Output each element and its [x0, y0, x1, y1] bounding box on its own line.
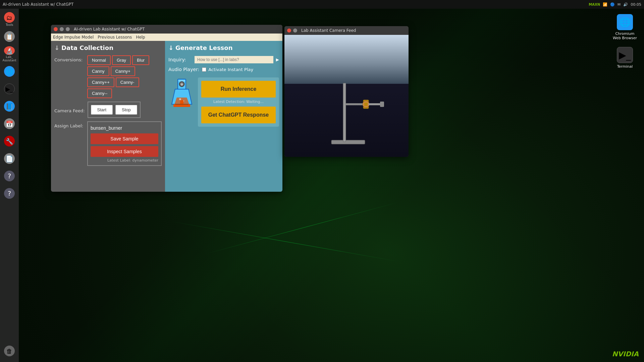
svg-rect-10	[180, 100, 183, 104]
desktop-icon-chromium[interactable]: 🌐 Chromium Web Browser	[610, 12, 640, 42]
svg-rect-19	[380, 102, 384, 107]
label-input[interactable]	[91, 125, 158, 131]
calendar-icon: 📅	[4, 118, 15, 129]
generate-lesson-header: ↓ Generate Lesson	[168, 44, 279, 51]
sidebar-item-help1[interactable]: ?	[1, 168, 17, 184]
menu-previous-lessons[interactable]: Previous Lessons	[98, 35, 132, 40]
conv-btn-normal[interactable]: Normal	[87, 55, 111, 65]
sidebar-item-calendar[interactable]: 📅	[1, 116, 17, 132]
assign-box: Save Sample Inspect Samples Latest Label…	[87, 121, 162, 166]
audio-check: Activate Instant Play	[202, 67, 253, 72]
sidebar-item-docs[interactable]: 📄	[1, 151, 17, 167]
trash-icon: 🗑	[4, 346, 15, 356]
bottom-section: ⚙	[168, 77, 279, 127]
camera-minimize-button[interactable]	[293, 28, 297, 33]
vscode-icon: 📘	[4, 101, 15, 112]
camera-feed-label: Camera Feed:	[54, 106, 85, 113]
desktop-icon-terminal[interactable]: ▶_ Terminal	[610, 45, 640, 71]
audio-label: Audio Player:	[168, 67, 199, 72]
svg-rect-1	[178, 80, 185, 81]
assign-label-section: Assign Label: Save Sample Inspect Sample…	[54, 121, 162, 166]
run-inference-button[interactable]: Run Inference	[201, 81, 276, 98]
window-minimize-button[interactable]	[60, 27, 64, 31]
taskbar-title: AI-driven Lab Assistant w/ ChatGPT	[3, 2, 589, 7]
inquiry-input[interactable]	[195, 56, 273, 63]
camera-feed-view	[284, 35, 409, 157]
conv-btn-gray[interactable]: Gray	[112, 55, 131, 65]
camera-scene	[284, 35, 409, 157]
window-menubar: Edge Impulse Model Previous Lessons Help	[51, 34, 282, 41]
lab-beaker-icon-container: ⚙	[168, 77, 195, 111]
sidebar-item-help2[interactable]: ?	[1, 186, 17, 202]
audio-row: Audio Player: Activate Instant Play	[168, 67, 279, 72]
sidebar-item-files[interactable]: 📋	[1, 29, 17, 45]
chatgpt-response-button[interactable]: Get ChatGPT Response	[201, 107, 276, 123]
app-window: AI-driven Lab Assistant w/ ChatGPT Edge …	[51, 25, 282, 192]
bluetooth-icon: 🔵	[610, 2, 615, 7]
help1-icon: ?	[4, 171, 15, 181]
save-sample-button[interactable]: Save Sample	[91, 133, 158, 144]
latest-label-text: Latest Label: dynamometer	[91, 158, 158, 163]
nvidia-icon: MAXN	[589, 3, 600, 6]
conversions-section: Conversions: Normal Gray Blur Canny Cann…	[54, 55, 162, 98]
inquiry-row: Inquiry: ▶	[168, 56, 279, 63]
inquiry-label: Inquiry:	[168, 57, 192, 62]
data-collection-header: ↓ Data Collection	[54, 44, 162, 51]
camera-titlebar: Lab Assistant Camera Feed	[284, 26, 409, 35]
clock: 00:05	[631, 2, 641, 7]
settings-icon: 🔧	[4, 136, 15, 146]
lab-beaker-svg: ⚙	[168, 77, 195, 111]
conv-btn-canny-minusminus[interactable]: Canny--	[87, 88, 112, 98]
svg-rect-12	[331, 140, 365, 144]
inquiry-expand-icon[interactable]: ▶	[276, 57, 279, 62]
conv-btn-canny-minus[interactable]: Canny-	[116, 77, 139, 87]
svg-rect-17	[364, 103, 368, 106]
activate-instant-play-checkbox[interactable]	[202, 67, 206, 72]
sidebar-item-lab[interactable]: 🔬 Lab_Assistant	[1, 46, 17, 62]
sidebar-item-trash[interactable]: 🗑	[1, 343, 17, 359]
conversion-buttons: Normal Gray Blur Canny Canny+ Canny++ Ca…	[87, 55, 162, 98]
tools-icon: 🗂	[4, 12, 15, 23]
conv-btn-canny[interactable]: Canny	[87, 66, 109, 76]
menu-help[interactable]: Help	[136, 35, 145, 40]
svg-text:⚙: ⚙	[180, 83, 183, 86]
latest-detection-text: Latest Detection: Waiting...	[201, 100, 276, 104]
camera-window-title: Lab Assistant Camera Feed	[301, 28, 356, 33]
volume-icon: 🔊	[623, 2, 628, 7]
window-content: ↓ Data Collection Conversions: Normal Gr…	[51, 41, 282, 192]
sidebar-item-tools[interactable]: 🗂 Tools	[1, 11, 17, 27]
panel-data-collection: ↓ Data Collection Conversions: Normal Gr…	[51, 41, 165, 192]
mail-icon: ✉	[618, 2, 621, 7]
terminal-desktop-icon: ▶_	[617, 47, 633, 63]
window-close-button[interactable]	[54, 27, 58, 31]
camera-close-button[interactable]	[287, 28, 291, 33]
activate-instant-play-label: Activate Instant Play	[208, 67, 253, 72]
camera-window: Lab Assistant Camera Feed	[284, 26, 409, 157]
lab-icon: 🔬	[4, 46, 15, 55]
camera-feed-controls: Start Stop	[88, 102, 141, 118]
data-collection-title: Data Collection	[61, 44, 113, 51]
terminal-icon: ▶_	[4, 83, 15, 94]
docs-icon: 📄	[4, 153, 15, 164]
inspect-samples-button[interactable]: Inspect Samples	[91, 146, 158, 157]
start-button[interactable]: Start	[91, 105, 113, 115]
svg-point-7	[179, 98, 181, 100]
nvidia-logo: NVIDIA	[612, 350, 639, 358]
svg-rect-13	[343, 83, 346, 142]
generate-arrow-icon: ↓	[168, 44, 173, 51]
window-maximize-button[interactable]	[66, 27, 70, 31]
chromium-icon: 🌐	[617, 14, 633, 30]
menu-edge-impulse[interactable]: Edge Impulse Model	[53, 35, 94, 40]
conv-btn-canny-plus[interactable]: Canny+	[111, 66, 135, 76]
browser-icon: 🌐	[4, 66, 15, 77]
lab-label: Lab_Assistant	[2, 56, 16, 62]
sidebar-item-vscode[interactable]: 📘	[1, 99, 17, 115]
conv-btn-canny-plusplus[interactable]: Canny++	[87, 77, 114, 87]
sidebar-item-terminal[interactable]: ▶_	[1, 81, 17, 97]
window-title: AI-driven Lab Assistant w/ ChatGPT	[74, 27, 145, 32]
sidebar-item-browser[interactable]: 🌐	[1, 64, 17, 80]
conv-btn-blur[interactable]: Blur	[132, 55, 149, 65]
stop-button[interactable]: Stop	[115, 105, 137, 115]
sidebar-item-settings[interactable]: 🔧	[1, 133, 17, 149]
inference-panel: Run Inference Latest Detection: Waiting.…	[198, 77, 279, 127]
